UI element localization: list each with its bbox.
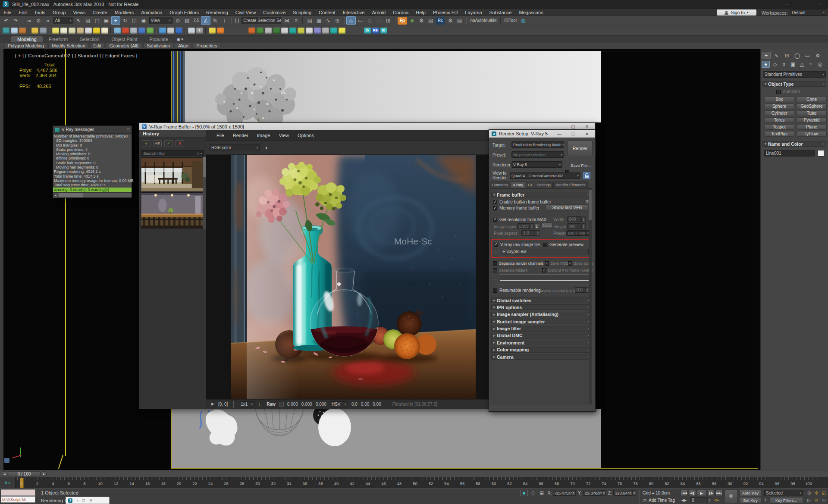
field-of-view-icon[interactable]: ▷ <box>806 497 812 504</box>
menu-create[interactable]: Create <box>89 10 111 15</box>
window-crossing-icon[interactable]: ▣ <box>102 16 111 25</box>
tab-hierarchy-icon[interactable]: ⊞ <box>782 52 791 59</box>
current-frame-field[interactable]: 0▲▼ <box>690 497 711 503</box>
menu-megascans[interactable]: Megascans <box>515 10 547 15</box>
ribbon-tab-freeform[interactable]: Freeform <box>43 36 74 42</box>
ribbon-subtab-polygon-modeling[interactable]: Polygon Modeling <box>4 43 47 49</box>
viewport-corner-icon[interactable] <box>4 458 9 463</box>
select-sphere-icon[interactable] <box>176 28 182 34</box>
cat-systems-icon[interactable]: ◎ <box>816 61 824 68</box>
menu-civil-view[interactable]: Civil View <box>232 10 259 15</box>
rs-tab-render-elements[interactable]: Render Elements <box>553 182 588 188</box>
play-button[interactable]: ▶ <box>697 490 706 496</box>
blue-sphere-icon[interactable] <box>159 28 166 34</box>
y-field[interactable]: 22.376cm▲▼ <box>583 490 606 496</box>
vfb-angle-icon[interactable]: ∟ <box>258 400 263 408</box>
create-torus-button[interactable]: Torus <box>764 117 794 123</box>
set-key-button[interactable]: Set Key <box>739 497 762 504</box>
redo-icon[interactable]: ↷ <box>11 16 21 25</box>
railclone-icon[interactable]: Rc <box>436 17 445 25</box>
railclone-wrench-icon[interactable]: ⚙ <box>445 16 455 25</box>
cat-geometry-icon[interactable]: ● <box>762 61 770 68</box>
multi-id-icon[interactable]: ◍ <box>518 16 528 25</box>
vfb-maximize[interactable]: ▢ <box>568 124 579 129</box>
rb-icon[interactable]: RB <box>372 28 379 34</box>
fb-raw-path-field[interactable]: E:\crypto.exr <box>501 249 589 254</box>
create-plane-button[interactable]: Plane <box>797 124 827 130</box>
idtool-label[interactable]: IDTool <box>505 18 517 23</box>
box-icon[interactable] <box>130 28 137 34</box>
automultimat-label[interactable]: naAutoMultiM <box>470 18 496 23</box>
ribbon-subtab-align[interactable]: Align <box>175 43 191 49</box>
menu-content[interactable]: Content <box>315 10 339 15</box>
close-button[interactable]: ✕ <box>814 2 825 6</box>
create-cone-button[interactable]: Cone <box>797 97 827 102</box>
fb-expand-checkbox[interactable] <box>542 268 546 272</box>
workspace-dropdown[interactable]: Default▾ <box>790 9 826 16</box>
sun-icon[interactable] <box>93 28 100 34</box>
percent-snap-icon[interactable]: % <box>210 16 220 25</box>
stack-icon[interactable] <box>298 28 304 34</box>
ribbon-subtab-modify-selection[interactable]: Modify Selection <box>48 43 88 49</box>
object-name-field[interactable]: Line001 <box>764 150 815 157</box>
menu-substance[interactable]: Substance <box>486 10 515 15</box>
rs-titlebar[interactable]: 3 Render Setup: V-Ray 5 — ▢ ✕ <box>489 130 595 138</box>
cat-cameras-icon[interactable]: ▣ <box>789 61 797 68</box>
vray-messages-close[interactable]: □ <box>127 128 129 132</box>
undo-icon[interactable]: ↶ <box>2 16 11 25</box>
history-save-icon[interactable]: + <box>142 140 151 147</box>
vfb-pin-icon[interactable]: ⚑ <box>210 400 215 408</box>
cat-lights-icon[interactable]: ¤ <box>780 61 788 68</box>
menu-group[interactable]: Group <box>49 10 69 15</box>
vray-teapot-icon[interactable] <box>3 28 9 34</box>
blob-icon[interactable] <box>60 28 67 34</box>
vray-messages-minimize[interactable]: — <box>118 128 122 132</box>
prev-frame-button[interactable]: ◀❚ <box>689 490 696 496</box>
key-mode-icon[interactable]: ◀▶ <box>681 497 687 503</box>
name-color-rollout[interactable]: ▾Name and Color▪ <box>762 141 826 147</box>
walkthrough-icon[interactable]: λ <box>762 497 768 503</box>
selection-lock-icon[interactable]: ⬯ <box>530 490 536 496</box>
lamp-icon[interactable] <box>209 28 216 34</box>
select-rotate-icon[interactable]: ↻ <box>120 16 130 25</box>
forest-tools-icon[interactable]: ♣ <box>408 16 417 25</box>
fb-memory-checkbox[interactable] <box>493 206 497 210</box>
create-tube-button[interactable]: Tube <box>797 110 827 116</box>
history-load-icon[interactable]: ✓ <box>164 140 173 147</box>
fb-savergb-checkbox[interactable] <box>545 261 549 266</box>
go-to-end-button[interactable]: ▶▶| <box>715 490 723 496</box>
history-scrollbar[interactable] <box>203 157 206 229</box>
rollout-bucket-image-sampler[interactable]: ▸Bucket image sampler▪ <box>491 319 591 324</box>
history-delete-icon[interactable]: ✗ <box>176 140 184 147</box>
flower-icon[interactable] <box>138 28 145 34</box>
fb-preset-dropdown[interactable]: 640 x 480▾ <box>566 230 590 236</box>
ribbon-config-icon[interactable]: ▣ ▾ <box>174 36 185 42</box>
help-icon[interactable]: ? <box>196 28 203 34</box>
vray-messages-titlebar[interactable]: V-Ray messages — □ <box>53 126 132 134</box>
egg-icon[interactable] <box>101 28 108 34</box>
ribbon-tab-populate[interactable]: Populate <box>143 36 174 42</box>
select-placement-icon[interactable]: ◉ <box>139 16 148 25</box>
fb-raw-checkbox[interactable] <box>494 243 498 247</box>
schematic-view-icon[interactable]: ⊞ <box>333 16 342 25</box>
rect-selection-icon[interactable]: ▢ <box>93 16 102 25</box>
rs-tab-settings[interactable]: Settings <box>535 182 553 188</box>
vfb-minimize[interactable]: — <box>554 124 565 129</box>
menu-phoenix-fd[interactable]: Phoenix FD <box>429 10 461 15</box>
tab-modify-icon[interactable]: ∿ <box>772 52 781 59</box>
layer-manager-icon[interactable]: ▤ <box>305 16 314 25</box>
frame-buffer-rollout[interactable]: ▾Frame buffer▪ <box>491 192 590 197</box>
add-time-tag[interactable]: Add Time Tag <box>649 498 675 503</box>
rollout-global-dmc[interactable]: ▸Global DMC▪ <box>491 333 591 338</box>
create-sphere-button[interactable]: Sphere <box>764 103 794 109</box>
ribbon-subtab-geometry-all-[interactable]: Geometry (All) <box>106 43 142 49</box>
fb-genprev-checkbox[interactable] <box>543 243 547 247</box>
camera-icon[interactable] <box>40 28 47 34</box>
multimat-id2-icon[interactable]: ID <box>380 28 387 34</box>
rs-view-lock-icon[interactable] <box>583 172 590 179</box>
tree2-icon[interactable] <box>273 28 280 34</box>
fb-swap-button[interactable]: Swap <box>541 222 552 229</box>
use-pivot-center-icon[interactable]: ⊕ <box>173 16 183 25</box>
plane-icon[interactable] <box>52 28 59 34</box>
autogrid-checkbox[interactable] <box>776 90 781 94</box>
